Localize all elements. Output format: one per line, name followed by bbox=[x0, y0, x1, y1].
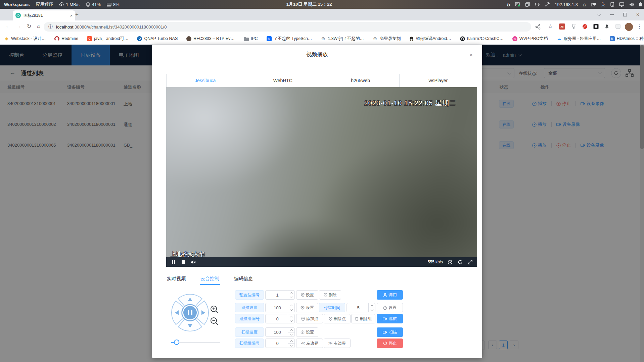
new-tab-button[interactable]: + bbox=[75, 11, 79, 18]
browser-menu-icon[interactable]: ⋮ bbox=[637, 23, 642, 30]
browser-back-button[interactable]: ← bbox=[5, 23, 11, 29]
volume-tray-icon[interactable] bbox=[629, 2, 634, 7]
battery-tray-icon[interactable] bbox=[639, 2, 642, 7]
input-method-indicator[interactable]: 英 bbox=[601, 1, 605, 7]
tablet-tray-icon[interactable] bbox=[610, 2, 614, 7]
clock[interactable]: 1月10日 星期二 15：22 bbox=[286, 1, 332, 7]
bookmark-wvp-docs[interactable]: WWVP-PRO文档 bbox=[512, 36, 548, 42]
bookmark-folder-ipc[interactable]: IPC bbox=[243, 36, 258, 41]
tab-ptz-control[interactable]: 云台控制 bbox=[200, 273, 220, 285]
scan-group-input[interactable] bbox=[265, 339, 295, 348]
pause-button[interactable] bbox=[168, 257, 178, 267]
player-refresh-button[interactable] bbox=[455, 257, 465, 267]
delete-point-button[interactable]: 删除点 bbox=[324, 314, 351, 323]
right-boundary-button[interactable]: ≫右边界 bbox=[324, 339, 351, 348]
window-maximize-button[interactable] bbox=[623, 13, 627, 16]
scan-speed-input[interactable] bbox=[265, 327, 295, 337]
video-player[interactable]: 2023-01-10 15:22:05 星期二 上地科实大华 555 kb/s bbox=[166, 87, 477, 267]
color-picker-tray-icon[interactable] bbox=[545, 2, 550, 7]
window-close-button[interactable]: × bbox=[636, 12, 639, 18]
dwell-time-set-button[interactable]: 设置 bbox=[377, 303, 403, 312]
cruise-speed-input[interactable] bbox=[265, 303, 295, 312]
fullscreen-button[interactable] bbox=[465, 257, 475, 267]
browser-home-button[interactable]: ⌂ bbox=[37, 23, 40, 29]
site-info-icon[interactable]: ⓘ bbox=[48, 24, 53, 30]
ptz-direction-pad[interactable] bbox=[170, 293, 210, 332]
number-stepper[interactable] bbox=[288, 339, 294, 348]
mute-button[interactable] bbox=[188, 257, 198, 267]
player-settings-button[interactable] bbox=[445, 257, 455, 267]
bookmark-android-build[interactable]: 如何编译Android… bbox=[409, 36, 451, 42]
left-boundary-button[interactable]: ≪左边界 bbox=[296, 339, 323, 348]
zoom-in-button[interactable] bbox=[210, 305, 219, 314]
workspaces-button[interactable]: Workspaces bbox=[4, 2, 30, 7]
tab-jessibuca[interactable]: Jessibuca bbox=[167, 74, 244, 87]
extension-dark-icon[interactable] bbox=[593, 24, 599, 29]
add-point-button[interactable]: 添加点 bbox=[296, 314, 323, 323]
address-bar[interactable]: ⓘ localhost:38080/#/channelList/34020000… bbox=[44, 22, 531, 32]
cruise-speed-set-button[interactable]: 设置 bbox=[296, 303, 318, 312]
bookmark-zhihu-typescript[interactable]: 知了不起的 TypeScri… bbox=[267, 36, 312, 42]
tab-live-video[interactable]: 实时视频 bbox=[166, 273, 186, 285]
stop-button[interactable] bbox=[178, 257, 188, 267]
tab-wsplayer[interactable]: wsPlayer bbox=[400, 74, 477, 87]
scan-speed-set-button[interactable]: 设置 bbox=[296, 327, 318, 337]
browser-reload-button[interactable]: ↻ bbox=[27, 23, 31, 30]
extension-blocker-icon[interactable] bbox=[582, 24, 588, 29]
number-stepper[interactable] bbox=[288, 291, 294, 299]
extension-cup-icon[interactable] bbox=[571, 24, 576, 29]
share-icon[interactable] bbox=[535, 24, 541, 30]
bookmark-redmine[interactable]: Redmine bbox=[54, 36, 78, 41]
number-stepper[interactable] bbox=[288, 314, 294, 323]
zoom-out-button[interactable] bbox=[210, 317, 219, 325]
preset-delete-button[interactable]: 删除 bbox=[319, 290, 341, 300]
applications-menu[interactable]: 应用程序 bbox=[36, 1, 53, 7]
display-tray-icon[interactable] bbox=[619, 2, 624, 7]
bing-tray-icon[interactable]: b bbox=[507, 2, 510, 7]
clipboard-tray-icon[interactable] bbox=[525, 2, 530, 7]
extension-js-icon[interactable]: JS bbox=[559, 23, 565, 30]
extension-light-icon[interactable] bbox=[615, 24, 620, 29]
preset-number-input[interactable] bbox=[265, 290, 295, 300]
tab-h265web[interactable]: h265web bbox=[322, 74, 400, 87]
windows-tray-icon[interactable] bbox=[591, 2, 596, 7]
bookmark-webstack[interactable]: ◆Webstack - 设计… bbox=[4, 36, 46, 42]
tab-search-icon[interactable] bbox=[597, 12, 601, 16]
ip-address[interactable]: 192.168.1.3 bbox=[555, 2, 578, 7]
extension-pin-icon[interactable] bbox=[604, 24, 609, 29]
slider-handle[interactable] bbox=[174, 340, 179, 345]
browser-forward-button[interactable]: → bbox=[16, 23, 21, 29]
bookmark-rfc2833[interactable]: RFC2833 – RTP Ev… bbox=[186, 36, 235, 41]
preset-set-button[interactable]: 设置 bbox=[296, 290, 318, 300]
cruise-button[interactable]: 巡航 bbox=[377, 314, 403, 323]
bookmark-copy-tool[interactable]: ⊕免登录复制 bbox=[373, 36, 401, 42]
delete-group-button[interactable]: 删除组 bbox=[351, 314, 375, 323]
number-stepper[interactable] bbox=[288, 303, 294, 312]
number-stepper[interactable] bbox=[368, 303, 375, 312]
tab-close-icon[interactable]: × bbox=[70, 13, 73, 18]
ptz-stop-button[interactable]: 停止 bbox=[377, 339, 403, 348]
screenshot-tray-icon[interactable] bbox=[515, 2, 520, 7]
browser-tab[interactable]: 国标28181 × bbox=[13, 10, 75, 20]
number-stepper[interactable] bbox=[288, 328, 294, 337]
tab-webrtc[interactable]: WebRTC bbox=[244, 74, 322, 87]
window-minimize-button[interactable] bbox=[610, 14, 614, 15]
bookmark-hdatmos[interactable]: NHDAtmos :: 种子 *… bbox=[610, 36, 644, 42]
bookmark-csdn[interactable]: Cjava、android可… bbox=[87, 36, 128, 42]
bookmark-github[interactable]: hairrrrr/C-CrashC… bbox=[460, 36, 504, 41]
bookmark-qnap[interactable]: QQNAP Turbo NAS bbox=[137, 36, 178, 41]
bookmark-star-icon[interactable]: ☆ bbox=[548, 23, 553, 30]
profile-avatar[interactable] bbox=[625, 23, 633, 31]
bookmark-cloud-server[interactable]: ☁服务器 - 轻量应用… bbox=[557, 36, 601, 42]
cruise-group-input[interactable] bbox=[265, 314, 295, 323]
wvp-icon: W bbox=[512, 36, 517, 41]
coffee-tray-icon[interactable] bbox=[535, 2, 540, 7]
home-tray-icon[interactable]: ⌂ bbox=[583, 2, 586, 7]
tab-encoding-info[interactable]: 编码信息 bbox=[233, 273, 254, 285]
ptz-speed-slider[interactable] bbox=[171, 342, 220, 343]
scan-button[interactable]: 扫描 bbox=[377, 327, 403, 337]
preset-call-button[interactable]: 调用 bbox=[377, 290, 403, 300]
dialog-close-icon[interactable]: × bbox=[469, 52, 473, 58]
dwell-time-input[interactable] bbox=[347, 303, 375, 312]
bookmark-article-1[interactable]: ⊕1.8W字|了不起的… bbox=[321, 36, 364, 42]
